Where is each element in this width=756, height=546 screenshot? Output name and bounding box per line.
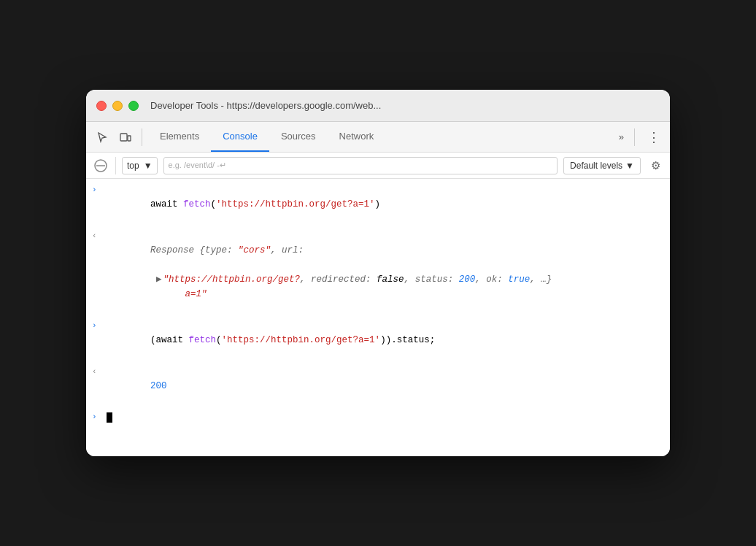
console-result-line-1: ‹ 200: [86, 364, 670, 410]
input-arrow-1[interactable]: ›: [92, 182, 104, 197]
result-content-1: 200: [107, 364, 664, 408]
output-arrow-1: ‹: [92, 228, 104, 243]
text-cursor: [107, 412, 112, 423]
inspect-icon[interactable]: [92, 127, 112, 147]
minimize-button[interactable]: [112, 101, 123, 111]
cursor-prompt: ›: [92, 411, 104, 424]
tab-sources[interactable]: Sources: [269, 122, 328, 152]
context-label: top: [127, 161, 139, 171]
toolbar-separator: [142, 128, 142, 146]
result-arrow-1: ‹: [92, 364, 104, 379]
console-output: › await fetch('https://httpbin.org/get?a…: [86, 179, 670, 456]
expand-triangle[interactable]: ▶: [156, 272, 162, 287]
output-content-1: Response {type: "cors", url: ▶"https://h…: [107, 228, 664, 316]
console-input-cursor-line[interactable]: ›: [86, 410, 670, 426]
input-arrow-2[interactable]: ›: [92, 318, 104, 333]
console-toolbar-sep: [115, 157, 116, 174]
filter-placeholder: e.g. /event\d/ -↵: [169, 161, 226, 170]
input-content-1: await fetch('https://httpbin.org/get?a=1…: [107, 182, 664, 226]
console-toolbar: top ▼ e.g. /event\d/ -↵ Default levels ▼…: [86, 153, 670, 179]
device-toggle-icon[interactable]: [115, 127, 136, 147]
devtools-window: Developer Tools - https://developers.goo…: [86, 90, 670, 456]
more-tabs-button[interactable]: »: [614, 131, 628, 142]
levels-arrow-icon: ▼: [625, 161, 634, 171]
log-levels-button[interactable]: Default levels ▼: [563, 157, 641, 174]
context-selector[interactable]: top ▼: [122, 157, 158, 174]
clear-console-button[interactable]: [92, 157, 109, 174]
console-input-line-2: › (await fetch('https://httpbin.org/get?…: [86, 318, 670, 364]
input-content-2: (await fetch('https://httpbin.org/get?a=…: [107, 318, 664, 362]
svg-rect-0: [120, 134, 127, 141]
svg-rect-1: [128, 136, 131, 141]
tab-network[interactable]: Network: [328, 122, 386, 152]
toolbar-separator-2: [634, 128, 635, 146]
tab-list: Elements Console Sources Network: [148, 122, 612, 152]
tab-console[interactable]: Console: [211, 122, 269, 152]
traffic-lights: [96, 101, 139, 111]
console-output-line-1: ‹ Response {type: "cors", url: ▶"https:/…: [86, 228, 670, 318]
levels-label: Default levels: [570, 161, 622, 171]
tab-toolbar: Elements Console Sources Network » ⋮: [86, 122, 670, 153]
window-title: Developer Tools - https://developers.goo…: [150, 100, 381, 111]
maximize-button[interactable]: [128, 101, 139, 111]
tab-elements[interactable]: Elements: [148, 122, 211, 152]
console-input-line-1: › await fetch('https://httpbin.org/get?a…: [86, 182, 670, 228]
console-filter-input[interactable]: e.g. /event\d/ -↵: [163, 157, 558, 174]
close-button[interactable]: [96, 101, 107, 111]
devtools-menu-button[interactable]: ⋮: [644, 127, 664, 147]
console-settings-icon[interactable]: ⚙: [647, 157, 664, 174]
titlebar: Developer Tools - https://developers.goo…: [86, 90, 670, 122]
context-dropdown-icon: ▼: [144, 161, 153, 171]
